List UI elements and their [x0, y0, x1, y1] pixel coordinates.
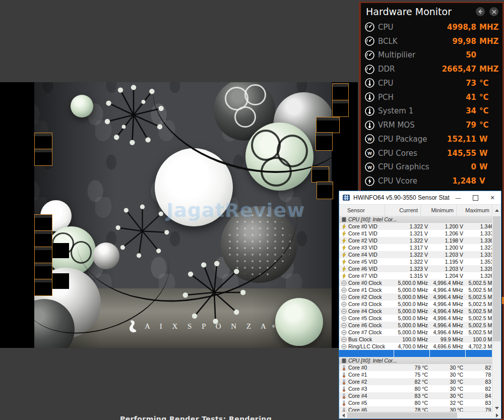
scroll-left-icon[interactable] [339, 412, 347, 418]
sensor-row[interactable]: Core #380 °C30 °C82 °C [339, 385, 501, 392]
sensor-minimum: 4,996.4 MHz [430, 301, 466, 307]
sensor-current: 80 °C [395, 386, 430, 392]
render-bucket [332, 100, 349, 117]
sensor-minimum: 1.204 V [430, 273, 466, 279]
sensor-current: 5,000.0 MHz [395, 294, 430, 300]
sensor-row[interactable]: Core #175 °C30 °C78 °C [339, 371, 501, 378]
sensor-row[interactable]: Core #1 Clock5,000.0 MHz4,996.4 MHz5,002… [339, 286, 501, 293]
arrow-left-icon[interactable] [476, 7, 485, 16]
sensor-minimum: 32 °C [430, 400, 466, 406]
dandelion-decoration [181, 260, 247, 325]
volt-icon [365, 176, 374, 186]
sensor-label: Core #5 VID [348, 259, 395, 265]
render-tile [52, 243, 69, 258]
temp-icon [341, 372, 347, 378]
monitor-row: WCPU Package152,11W [361, 132, 502, 146]
sensor-current: 1.322 V [395, 237, 430, 244]
sensor-row[interactable]: Core #7 Clock5,000.0 MHz4,996.4 MHz5,002… [339, 329, 501, 336]
vertical-scrollbar[interactable] [492, 215, 501, 413]
column-maximum[interactable]: Maximum [456, 205, 492, 216]
sensor-row[interactable]: Core #2 Clock5,000.0 MHz4,996.4 MHz5,002… [339, 293, 501, 301]
sensor-row[interactable]: Core #0 VID1.322 V1.200 V1.346 V [339, 223, 501, 230]
sensor-minimum: 4,996.4 MHz [430, 322, 466, 328]
sensor-row[interactable]: Core #483 °C30 °C84 °C [339, 392, 501, 399]
sensor-row[interactable]: Core #3 VID1.317 V1.200 V1.327 V [339, 244, 501, 251]
sensor-label: Core #1 Clock [348, 287, 395, 293]
sensor-current: 80 °C [395, 400, 430, 406]
monitor-value: 0 [432, 162, 476, 171]
monitor-label: CPU Package [378, 135, 432, 144]
monitor-row: CPU4998,8MHZ [361, 20, 502, 34]
monitor-value: 79 [432, 121, 476, 130]
sensor-row[interactable]: Bus Clock100.0 MHz99.9 MHz100.0 MHz [339, 336, 501, 343]
scrollbar-thumb[interactable] [347, 412, 457, 418]
hwinfo-titlebar[interactable]: HWiNFO64 v5.90-3550 Sensor Status [29 ..… [339, 191, 501, 204]
sensor-current: 75 °C [395, 372, 430, 378]
sensor-row[interactable]: Core #6 Clock5,000.0 MHz4,996.4 MHz5,002… [339, 322, 501, 329]
sensor-row[interactable]: Core #4 Clock5,000.0 MHz4,996.4 MHz5,002… [339, 308, 501, 315]
sensor-row[interactable]: Core #079 °C30 °C82 °C [339, 364, 501, 371]
sensor-row[interactable]: Core #3 Clock5,000.0 MHz4,996.4 MHz5,002… [339, 301, 501, 308]
selected-sensor-row[interactable] [339, 350, 501, 357]
monitor-label: VRM MOS [378, 121, 432, 130]
sensor-row[interactable]: Core #4 VID1.322 V1.203 V1.331 V [339, 251, 501, 258]
sensor-minimum: 1.206 V [430, 230, 466, 236]
sensor-row[interactable]: Core #7 VID1.315 V1.204 V1.326 V [339, 272, 501, 279]
sensor-current: 5,000.0 MHz [395, 301, 430, 307]
horizontal-scrollbar[interactable] [339, 411, 501, 418]
monitor-unit: W [479, 162, 502, 171]
monitor-row: CPU73°C [361, 76, 502, 90]
sensor-table-header[interactable]: Sensor Current Minimum Maximum [339, 204, 501, 216]
sensor-minimum: 1.200 V [430, 245, 466, 251]
monitor-unit: W [479, 135, 502, 144]
scrollbar-thumb[interactable] [493, 216, 500, 341]
sensor-row[interactable]: Core #1 VID1.321 V1.206 V1.337 V [339, 230, 501, 237]
sensor-row[interactable]: Core #282 °C30 °C83 °C [339, 378, 501, 385]
sensor-minimum: 4,996.4 MHz [430, 329, 466, 335]
sensor-label: Core #1 VID [348, 230, 395, 236]
sensor-row[interactable]: Core #5 VID1.322 V1.195 V1.351 V [339, 258, 501, 265]
sensor-row[interactable]: Core #2 VID1.322 V1.198 V1.330 V [339, 237, 501, 244]
close-icon[interactable] [489, 7, 498, 16]
volt-icon [341, 224, 347, 229]
temp-icon [341, 365, 347, 371]
sensor-current: 1.322 V [395, 259, 430, 265]
chip-icon [341, 358, 347, 364]
temp-icon [341, 386, 347, 392]
sensor-minimum: 99.9 MHz [430, 336, 466, 342]
render-bucket [332, 83, 349, 101]
monitor-value: 34 [432, 106, 476, 115]
close-button[interactable]: ✕ [484, 191, 501, 204]
sensor-row[interactable]: Core #5 Clock5,000.0 MHz4,996.4 MHz5,002… [339, 315, 501, 322]
sensor-label: Core #5 Clock [348, 315, 395, 321]
column-sensor[interactable]: Sensor [339, 207, 385, 213]
monitor-label: BCLK [378, 37, 432, 46]
svg-text:W: W [367, 137, 372, 142]
monitor-unit: °C [479, 106, 502, 115]
column-minimum[interactable]: Minimum [420, 205, 456, 216]
gauge-icon [365, 50, 374, 60]
maximize-button[interactable] [467, 191, 484, 204]
render-bucket [34, 279, 52, 296]
sensor-minimum: 1.203 V [430, 266, 466, 272]
sensor-current: 1.322 V [395, 223, 430, 229]
monitor-value: 41 [432, 93, 476, 102]
sensor-row[interactable]: Ring/LLC Clock4,700.0 MHz4,696.6 MHz4,70… [339, 343, 501, 350]
render-tile [52, 273, 69, 289]
scroll-down-icon[interactable] [492, 404, 501, 412]
monitor-value: 50 [432, 50, 476, 59]
sensor-row[interactable]: Core #0 Clock5,000.0 MHz4,996.4 MHz5,002… [339, 279, 501, 286]
temp-icon [365, 92, 374, 102]
sensor-label: Core #3 [348, 386, 395, 392]
sensor-row[interactable]: Core #6 VID1.323 V1.203 V1.328 V [339, 265, 501, 272]
scroll-up-icon[interactable] [492, 205, 501, 216]
sensor-label: Core #0 VID [348, 223, 395, 229]
minimize-button[interactable]: — [450, 191, 467, 204]
sensor-row[interactable]: Core #580 °C32 °C83 °C [339, 399, 501, 406]
column-current[interactable]: Current [385, 205, 420, 216]
monitor-value: 73 [432, 79, 476, 88]
sensor-section-row[interactable]: CPU [#0]: Intel Cor... [339, 357, 501, 364]
monitor-unit: °C [479, 121, 502, 130]
sensor-section-row[interactable]: CPU [#0]: Intel Cor... [339, 216, 501, 223]
clock-icon [341, 280, 347, 286]
